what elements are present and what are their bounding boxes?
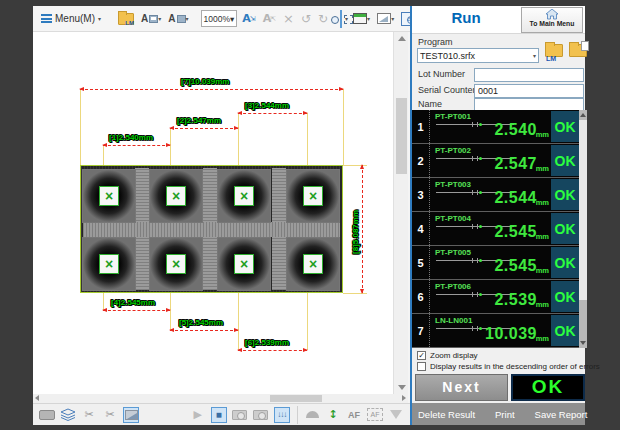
to-main-menu-label: To Main Menu	[522, 20, 582, 27]
result-row[interactable]: 5 PT-PT005 2.545 mm OK	[412, 246, 587, 280]
tolerance-marker-icon	[479, 259, 482, 262]
result-row[interactable]: 3 PT-PT003 2.544 mm OK	[412, 178, 587, 212]
program-copy-button[interactable]	[569, 44, 587, 57]
result-row[interactable]: 6 PT-PT006 2.539 mm OK	[412, 280, 587, 314]
scroll-up-icon[interactable]	[398, 36, 406, 41]
delete-button[interactable]: ×	[281, 9, 296, 29]
panel-title: Run	[412, 9, 520, 26]
zoom-actual-button[interactable]: A⇱	[261, 9, 278, 29]
measure-point-icon: ×	[172, 257, 180, 271]
dimension-label-1: [1]2.540mm	[109, 133, 153, 142]
cut-button[interactable]: ✂	[102, 406, 118, 424]
measure-point-icon: ×	[105, 257, 113, 271]
image-canvas[interactable]: × × × × × × × × [7]10.039mm [3]2.544mm […	[33, 32, 393, 394]
lm-folder-icon: LM	[546, 55, 556, 62]
result-index: 6	[412, 280, 430, 313]
home-icon	[545, 9, 559, 20]
autofocus-button[interactable]: AF	[346, 406, 362, 424]
layers-button[interactable]	[60, 406, 76, 424]
region-select-button[interactable]	[340, 10, 342, 28]
status-badge: OK	[551, 213, 579, 244]
lighting-button[interactable]	[388, 406, 404, 424]
scroll-up-icon[interactable]	[580, 113, 586, 117]
save-results-button[interactable]: A▾	[139, 9, 163, 29]
print-button[interactable]: Print	[481, 409, 529, 420]
result-row[interactable]: 1 PT-PT001 2.540 mm OK	[412, 110, 587, 144]
zoom-display-option[interactable]: Zoom display	[417, 351, 478, 360]
sort-errors-checkbox[interactable]	[417, 362, 426, 371]
scroll-left-icon[interactable]	[35, 395, 39, 401]
zoom-fit-button[interactable]: A⇲	[240, 9, 257, 29]
run-measure-button[interactable]: ▶	[190, 406, 206, 424]
hole-feature: ×	[286, 169, 340, 223]
result-unit: mm	[536, 334, 549, 343]
sort-errors-option[interactable]: Display results in the descending order …	[417, 362, 600, 371]
stage-button[interactable]	[39, 406, 55, 424]
open-program-button[interactable]: LM	[116, 9, 136, 29]
image-display-button[interactable]: ▾	[351, 9, 372, 29]
camera-capture-button-1[interactable]	[232, 406, 248, 424]
camera-capture-button-2[interactable]	[253, 406, 269, 424]
results-scrollbar[interactable]	[579, 110, 587, 348]
canvas-horizontal-scrollbar[interactable]	[33, 394, 408, 403]
part-web	[83, 222, 340, 237]
lot-number-input[interactable]	[474, 68, 584, 82]
dimension-line-3	[238, 113, 307, 114]
position-display-button[interactable]: ▾	[375, 9, 396, 29]
delete-result-button[interactable]: Delete Result	[412, 409, 481, 420]
photo-icon	[377, 13, 391, 24]
result-unit: mm	[536, 164, 549, 173]
result-row[interactable]: 4 PT-PT004 2.545 mm OK	[412, 212, 587, 246]
undo-button[interactable]: ↺	[299, 9, 313, 29]
result-value: 2.547	[494, 155, 537, 173]
canvas-vertical-scrollbar[interactable]	[393, 32, 408, 394]
program-select[interactable]: TEST010.srfx ▾	[417, 48, 539, 63]
print-results-button[interactable]: A▾	[166, 9, 190, 29]
scrollbar-thumb[interactable]	[270, 395, 322, 402]
result-name: PT-PT006	[435, 282, 471, 291]
status-badge: OK	[551, 281, 579, 312]
printer-icon	[177, 15, 186, 23]
scroll-down-icon[interactable]	[580, 341, 586, 345]
zoom-display-checkbox[interactable]	[417, 351, 426, 360]
result-actions-bar: Delete Result Print Save Report	[412, 403, 585, 425]
result-unit: mm	[536, 198, 549, 207]
result-index: 4	[412, 212, 430, 245]
scrollbar-thumb[interactable]	[579, 120, 587, 300]
zoom-level-select[interactable]: 1000% ▾	[201, 10, 238, 27]
load-program-button[interactable]: LM	[545, 44, 563, 57]
capture-image-button[interactable]	[123, 407, 139, 423]
result-row[interactable]: 7 LN-LN001 10.039 mm OK	[412, 314, 587, 348]
app-window: Menu(M) ▾ LM A▾ A▾ 1000% ▾ A⇲ A⇱ × ↺ ↻ ▾	[33, 6, 585, 425]
scrollbar-thumb[interactable]	[396, 98, 407, 174]
status-badge: OK	[551, 145, 579, 176]
autofocus-target-button[interactable]: AF	[367, 406, 383, 424]
result-row[interactable]: 2 PT-PT002 2.547 mm OK	[412, 144, 587, 178]
menu-button[interactable]: Menu(M) ▾	[36, 10, 106, 27]
trim-text-button[interactable]: ✂	[81, 406, 97, 424]
lens-button[interactable]	[304, 406, 320, 424]
chevron-down-icon: ▾	[367, 15, 370, 22]
dimension-line-7	[80, 89, 343, 90]
redo-button[interactable]: ↻	[316, 9, 330, 29]
scroll-down-icon[interactable]	[398, 385, 406, 390]
next-button[interactable]: Next	[415, 374, 508, 401]
result-value: 2.545	[494, 223, 537, 241]
scroll-right-icon[interactable]	[402, 395, 406, 401]
serial-counter-label: Serial Counter	[418, 85, 476, 95]
dimension-line-4	[103, 310, 170, 311]
focus-range-button[interactable]: ↕	[325, 406, 341, 424]
chevron-down-icon: ▾	[158, 15, 161, 22]
result-name: PT-PT001	[435, 112, 471, 121]
dimension-label-2: [2]2.547mm	[177, 116, 221, 125]
save-report-button[interactable]: Save Report	[529, 409, 594, 420]
stop-measure-button[interactable]: ■	[211, 407, 227, 423]
lamp-icon	[390, 410, 402, 419]
serial-counter-input[interactable]	[474, 84, 584, 98]
serial-counter-row: Serial Counter	[412, 84, 585, 98]
scissors-icon: ✂	[105, 408, 114, 421]
chevron-down-icon: ▾	[186, 15, 189, 22]
continuous-measure-button[interactable]: ↓↓↓	[274, 407, 290, 423]
shrink-arrow-icon: ⇱	[270, 15, 276, 23]
to-main-menu-button[interactable]: To Main Menu	[521, 7, 583, 33]
